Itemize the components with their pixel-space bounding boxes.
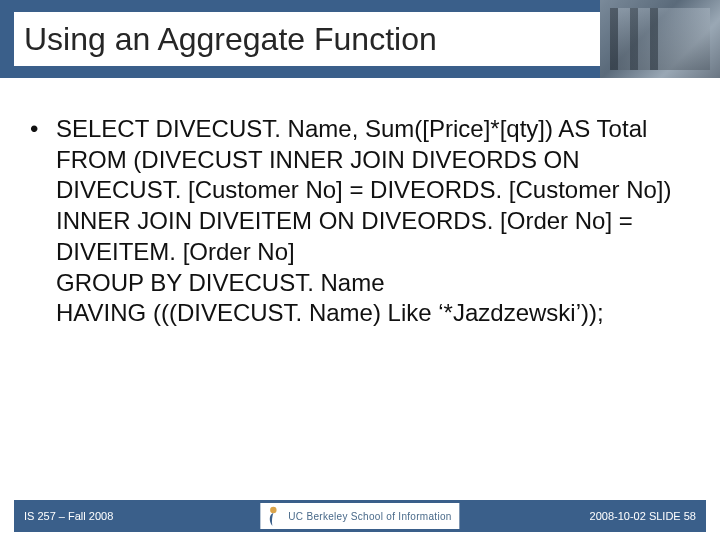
berkeley-logo-icon: [264, 505, 282, 527]
sql-from: FROM (DIVECUST INNER JOIN DIVEORDS ON DI…: [56, 145, 690, 268]
footer-bar: IS 257 – Fall 2008 UC Berkeley School of…: [14, 500, 706, 532]
sql-block: SELECT DIVECUST. Name, Sum([Price]*[qty]…: [56, 114, 690, 329]
title-inner: Using an Aggregate Function: [14, 12, 600, 66]
svg-point-0: [270, 507, 276, 513]
footer-logo: UC Berkeley School of Information: [260, 503, 459, 529]
footer-center: UC Berkeley School of Information: [260, 500, 459, 532]
title-bar: Using an Aggregate Function: [0, 0, 720, 78]
bullet-item: • SELECT DIVECUST. Name, Sum([Price]*[qt…: [30, 114, 690, 329]
sql-groupby: GROUP BY DIVECUST. Name: [56, 268, 690, 299]
footer: IS 257 – Fall 2008 UC Berkeley School of…: [0, 494, 720, 540]
sql-having: HAVING (((DIVECUST. Name) Like ‘*Jazdzew…: [56, 298, 690, 329]
footer-right: 2008-10-02 SLIDE 58: [590, 510, 696, 522]
footer-left: IS 257 – Fall 2008: [24, 510, 113, 522]
sql-select: SELECT DIVECUST. Name, Sum([Price]*[qty]…: [56, 114, 690, 145]
slide-title: Using an Aggregate Function: [24, 21, 437, 58]
footer-logo-text: UC Berkeley School of Information: [288, 511, 451, 522]
slide-content: • SELECT DIVECUST. Name, Sum([Price]*[qt…: [0, 78, 720, 329]
title-decorative-image: [600, 0, 720, 78]
bullet-glyph: •: [30, 114, 56, 329]
